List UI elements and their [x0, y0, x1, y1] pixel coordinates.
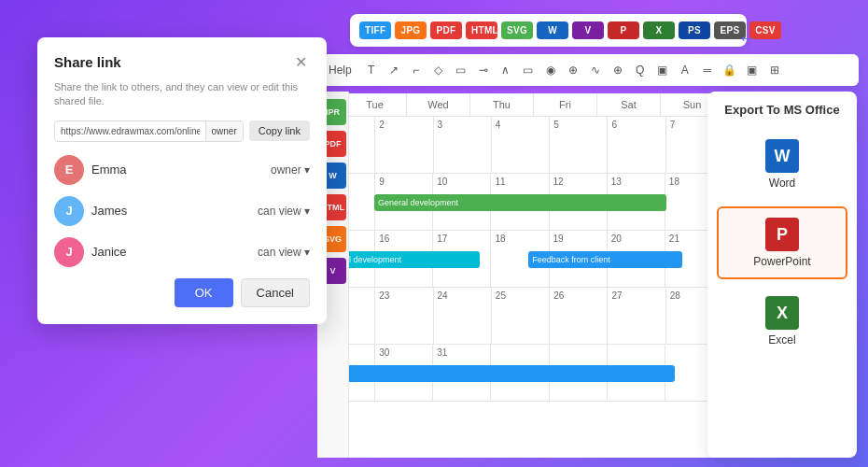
dialog-footer: OK Cancel: [54, 278, 310, 307]
user-name: James: [91, 204, 250, 218]
format-badge-pdf[interactable]: PDF: [430, 21, 462, 39]
export-option-powerpoint[interactable]: PPowerPoint: [717, 206, 847, 279]
dialog-description: Share the link to others, and they can v…: [54, 80, 310, 109]
cal-event: General development: [374, 194, 666, 211]
format-badge-tiff[interactable]: TIFF: [359, 21, 391, 39]
user-list: EEmmaowner ▾JJamescan view ▾JJanicecan v…: [54, 155, 310, 267]
toolbar-icon-9[interactable]: ⊕: [563, 60, 583, 80]
cal-cell-0-1: 2: [375, 117, 433, 173]
export-option-icon: P: [765, 218, 799, 251]
link-row: owner Copy link: [54, 120, 310, 142]
copy-link-button[interactable]: Copy link: [249, 120, 310, 141]
format-badge-x[interactable]: X: [643, 21, 675, 39]
format-badge-svg[interactable]: SVG: [501, 21, 533, 39]
export-option-label: Word: [769, 177, 795, 190]
toolbar-icon-8[interactable]: ◉: [540, 60, 561, 80]
cal-event: Test 4: [317, 365, 675, 382]
toolbar-icon-18[interactable]: ⊞: [764, 60, 785, 80]
toolbar-icon-14[interactable]: A: [675, 60, 695, 80]
cal-col-header-sat: Sat: [597, 93, 661, 116]
cal-row-0: 1234567: [317, 117, 723, 174]
cal-cell-0-3: 4: [492, 117, 550, 173]
link-role-button[interactable]: owner: [205, 121, 243, 141]
cal-cell-3-5: 27: [608, 288, 665, 344]
toolbar-icon-0[interactable]: T: [361, 60, 382, 80]
link-input[interactable]: [55, 121, 205, 141]
help-label: Help: [329, 64, 352, 77]
toolbar-icon-16[interactable]: 🔒: [720, 60, 740, 80]
toolbar-icon-11[interactable]: ⊕: [608, 60, 628, 80]
cal-cell-3-1: 23: [375, 288, 433, 344]
export-panel-title: Export To MS Office: [717, 103, 847, 117]
help-toolbar: Help T↗⌐◇▭⊸∧▭◉⊕∿⊕Q▣A═🔒▣⊞: [317, 54, 859, 86]
export-panel: Export To MS Office WWordPPowerPointXExc…: [707, 92, 857, 458]
ok-button[interactable]: OK: [175, 278, 233, 307]
cal-row-1: 891011121318General development: [317, 174, 723, 231]
export-option-icon: W: [765, 139, 799, 173]
toolbar-icon-6[interactable]: ∧: [496, 60, 516, 80]
link-input-wrap: owner: [54, 120, 244, 142]
cal-col-header-tue: Tue: [343, 93, 407, 116]
calendar-area: TueWedThuFriSatSun 1234567891011121318Ge…: [317, 93, 723, 458]
export-option-icon: X: [765, 296, 799, 330]
user-row-emma: EEmmaowner ▾: [54, 155, 310, 185]
toolbar-icon-17[interactable]: ▣: [742, 60, 763, 80]
format-badge-ps[interactable]: PS: [679, 21, 710, 39]
cal-row-2: 15161718192021General developmentFeedbac…: [317, 231, 723, 288]
cancel-button[interactable]: Cancel: [241, 278, 310, 307]
user-row-james: JJamescan view ▾: [54, 196, 310, 226]
toolbar-icon-12[interactable]: Q: [630, 60, 651, 80]
user-avatar-janice: J: [54, 237, 84, 267]
cal-col-header-thu: Thu: [470, 93, 534, 116]
dialog-header: Share link ✕: [54, 52, 310, 71]
calendar-header: TueWedThuFriSatSun: [317, 93, 723, 117]
format-badge-v[interactable]: V: [572, 21, 604, 39]
cal-col-header-fri: Fri: [534, 93, 597, 116]
user-avatar-james: J: [54, 196, 84, 226]
toolbar-icon-10[interactable]: ∿: [585, 60, 606, 80]
export-option-label: PowerPoint: [753, 255, 810, 268]
user-row-janice: JJanicecan view ▾: [54, 237, 310, 267]
toolbar-icon-13[interactable]: ▣: [652, 60, 673, 80]
user-role-button-emma[interactable]: owner ▾: [271, 163, 310, 177]
cal-event: Feedback from client: [528, 251, 682, 268]
user-avatar-emma: E: [54, 155, 84, 185]
user-role-button-janice[interactable]: can view ▾: [258, 246, 310, 259]
share-dialog: Share link ✕ Share the link to others, a…: [37, 37, 327, 324]
format-toolbar: TIFFJPGPDFHTMLSVGWVPXPSEPSCSV: [350, 14, 747, 47]
export-option-word[interactable]: WWord: [717, 128, 847, 201]
toolbar-icon-4[interactable]: ▭: [451, 60, 471, 80]
cal-cell-3-2: 24: [434, 288, 492, 344]
export-option-excel[interactable]: XExcel: [717, 285, 847, 358]
user-name: Janice: [91, 245, 250, 259]
close-button[interactable]: ✕: [291, 52, 310, 71]
toolbar-icon-5[interactable]: ⊸: [473, 60, 494, 80]
toolbar-icon-7[interactable]: ▭: [518, 60, 539, 80]
cal-col-header-wed: Wed: [407, 93, 470, 116]
format-badge-p[interactable]: P: [608, 21, 639, 39]
toolbar-icon-3[interactable]: ◇: [428, 60, 449, 80]
export-option-label: Excel: [768, 333, 795, 347]
toolbar-icon-15[interactable]: ═: [697, 60, 718, 80]
cal-cell-0-4: 5: [550, 117, 608, 173]
toolbar-icon-1[interactable]: ↗: [384, 60, 404, 80]
cal-cell-3-3: 25: [492, 288, 550, 344]
user-name: Emma: [91, 163, 263, 177]
cal-cell-3-4: 26: [550, 288, 608, 344]
arrow-indicator: ←: [737, 26, 758, 50]
dialog-title: Share link: [54, 54, 121, 70]
cal-row-4: 293031Test 4: [317, 345, 723, 402]
calendar-body: 1234567891011121318General development15…: [317, 117, 723, 402]
cal-cell-0-5: 6: [608, 117, 665, 173]
format-badge-w[interactable]: W: [537, 21, 568, 39]
format-badge-html[interactable]: HTML: [466, 21, 497, 39]
cal-cell-0-2: 3: [434, 117, 492, 173]
toolbar-icon-2[interactable]: ⌐: [406, 60, 427, 80]
format-badge-jpg[interactable]: JPG: [395, 21, 427, 39]
user-role-button-james[interactable]: can view ▾: [258, 205, 310, 218]
cal-row-3: 22232425262728: [317, 288, 723, 345]
